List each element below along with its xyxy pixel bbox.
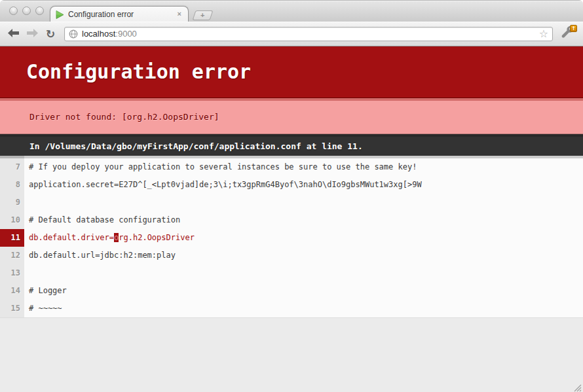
line-number: 11	[0, 229, 24, 247]
forward-button[interactable]	[24, 26, 41, 43]
tab-title: Configuration error	[68, 10, 176, 19]
line-number: 7	[0, 156, 24, 176]
zoom-window-button[interactable]	[35, 7, 44, 15]
code-line: 8 application.secret=E27D^[_<Lpt0vjad]de…	[0, 176, 583, 194]
code-line: 7 # If you deploy your application to se…	[0, 156, 583, 176]
location-suffix: at line 11.	[301, 141, 363, 151]
back-arrow-icon	[8, 29, 20, 39]
line-number: 12	[0, 247, 24, 264]
line-code: # Logger	[24, 282, 583, 300]
new-tab-button[interactable]: +	[193, 10, 214, 20]
line-code	[24, 194, 583, 211]
menu-wrench-button[interactable]: ↑	[558, 25, 578, 43]
line-code	[24, 264, 583, 282]
location-prefix: In	[29, 141, 45, 151]
line-number: 10	[0, 211, 24, 229]
line-code: # ~~~~~	[24, 300, 583, 317]
update-badge-icon: ↑	[570, 25, 577, 32]
code-line: 9	[0, 194, 583, 211]
code-line: 14 # Logger	[0, 282, 583, 300]
line-code: application.secret=E27D^[_<Lpt0vjad]de;3…	[24, 176, 583, 194]
minimize-window-button[interactable]	[22, 7, 31, 15]
forward-arrow-icon	[26, 29, 38, 39]
bookmark-star-icon[interactable]: ☆	[539, 29, 548, 39]
line-code: db.default.driver=org.h2.OopsDriver	[24, 229, 583, 247]
code-line: 13	[0, 264, 583, 282]
reload-icon: ↻	[46, 27, 55, 41]
tab-close-icon[interactable]: ×	[176, 9, 183, 19]
code-line: 10 # Default database configuration	[0, 211, 583, 229]
error-page: Configuration error Driver not found: [o…	[0, 46, 583, 392]
error-location: In /Volumes/Data/gbo/myFirstApp/conf/app…	[0, 134, 583, 156]
error-code-post: rg.h2.OopsDriver	[119, 233, 195, 242]
code-line: 12 db.default.url=jdbc:h2:mem:play	[0, 247, 583, 264]
url-host: localhost	[82, 29, 115, 39]
close-window-button[interactable]	[9, 7, 18, 15]
line-code: db.default.url=jdbc:h2:mem:play	[24, 247, 583, 264]
address-bar[interactable]: localhost:9000 ☆	[64, 27, 553, 41]
line-code: # Default database configuration	[24, 211, 583, 229]
page-title: Configuration error	[0, 46, 583, 98]
browser-window: Configuration error × + ↻	[0, 0, 583, 392]
globe-icon[interactable]	[69, 29, 78, 39]
code-line: 15 # ~~~~~	[0, 300, 583, 317]
reload-button[interactable]: ↻	[42, 26, 59, 43]
line-number: 8	[0, 176, 24, 194]
location-path: /Volumes/Data/gbo/myFirstApp/conf/applic…	[45, 141, 301, 151]
url-text[interactable]: localhost:9000	[82, 29, 539, 39]
error-detail: Driver not found: [org.h2.OopsDriver]	[0, 98, 583, 134]
window-controls	[9, 7, 44, 15]
line-number: 14	[0, 282, 24, 300]
new-tab-plus-icon: +	[200, 12, 204, 19]
play-favicon-icon	[56, 10, 64, 18]
line-number: 13	[0, 264, 24, 282]
code-line-error: 11 db.default.driver=org.h2.OopsDriver	[0, 229, 583, 247]
code-listing: 7 # If you deploy your application to se…	[0, 156, 583, 318]
browser-tab[interactable]: Configuration error ×	[50, 6, 189, 22]
browser-titlebar: Configuration error × +	[0, 0, 583, 22]
resize-grip[interactable]	[573, 382, 582, 391]
browser-toolbar: ↻ localhost:9000 ☆ ↑	[0, 22, 583, 46]
url-port: :9000	[115, 29, 137, 39]
error-code-pre: db.default.driver=	[29, 233, 114, 242]
line-number: 9	[0, 194, 24, 211]
line-number: 15	[0, 300, 24, 317]
line-code: # If you deploy your application to seve…	[24, 156, 583, 176]
back-button[interactable]	[5, 26, 22, 43]
